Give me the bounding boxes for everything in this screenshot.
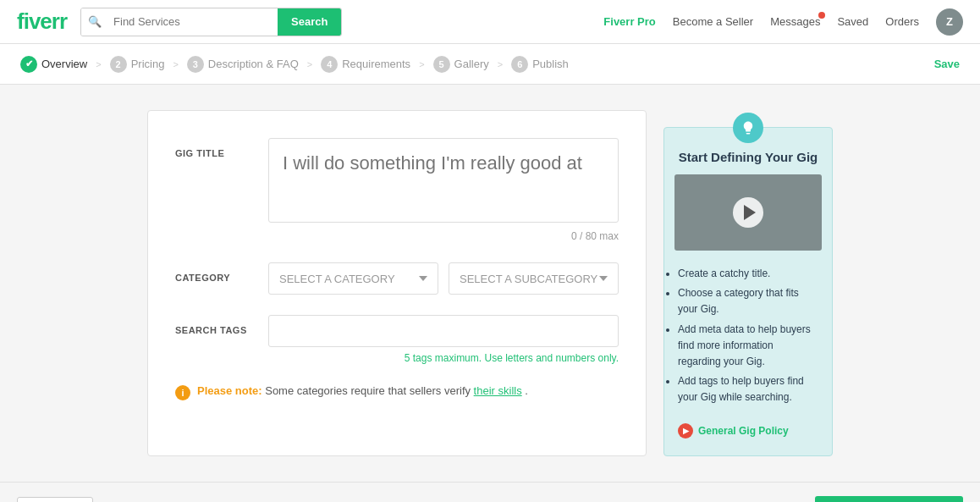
search-tags-input[interactable] [268, 315, 619, 347]
nav-orders[interactable]: Orders [885, 15, 919, 28]
category-row: CATEGORY SELECT A CATEGORY SELECT A SUBC… [175, 262, 619, 295]
select-subcategory[interactable]: SELECT A SUBCATEGORY [449, 262, 619, 295]
step-num-4: 4 [321, 56, 338, 73]
category-label: CATEGORY [175, 262, 268, 295]
gig-title-textarea[interactable] [268, 138, 619, 223]
navbar: fiverr 🔍 Search Fiverr Pro Become a Sell… [0, 0, 980, 44]
step-num-6: 6 [511, 56, 528, 73]
nav-saved[interactable]: Saved [837, 15, 868, 28]
note-icon: i [175, 385, 190, 400]
steps-bar: ✔ Overview > 2 Pricing > 3 Description &… [0, 44, 980, 85]
sidebar-card: Start Defining Your Gig Create a catchy … [663, 127, 833, 456]
navbar-left: fiverr 🔍 Search [17, 8, 342, 36]
list-item-2: Choose a category that fits your Gig. [678, 285, 818, 317]
chevron-icon-3: > [307, 59, 312, 69]
note-content: Please note: Some categories require tha… [197, 384, 528, 397]
messages-dot [818, 12, 825, 19]
category-selects: SELECT A CATEGORY SELECT A SUBCATEGORY [268, 262, 619, 295]
step-num-5: 5 [433, 56, 450, 73]
step-publish[interactable]: 6 Publish [511, 56, 569, 73]
search-tags-label: SEARCH TAGS [175, 315, 268, 364]
list-item-4: Add tags to help buyers find your Gig wh… [678, 373, 818, 405]
step-overview[interactable]: ✔ Overview [20, 56, 87, 73]
steps-save-link[interactable]: Save [934, 58, 960, 70]
select-category[interactable]: SELECT A CATEGORY [268, 262, 438, 295]
step-description[interactable]: 3 Description & FAQ [187, 56, 299, 73]
chevron-icon-4: > [419, 59, 424, 69]
step-requirements[interactable]: 4 Requirements [321, 56, 410, 73]
note-suffix: . [525, 384, 528, 397]
avatar[interactable]: Z [936, 8, 963, 36]
step-label-overview: Overview [41, 58, 87, 70]
list-item-3: Add meta data to help buyers find more i… [678, 322, 818, 371]
step-label-pricing: Pricing [131, 58, 165, 70]
step-num-3: 3 [187, 56, 204, 73]
sidebar-policy[interactable]: ▶ General Gig Policy [664, 415, 832, 439]
sidebar-list: Create a catchy title. Choose a category… [664, 261, 832, 415]
tags-hint-link: Use letters and numbers only. [484, 352, 619, 364]
search-input[interactable] [108, 15, 278, 28]
char-count: 0 / 80 max [268, 230, 619, 242]
navbar-right: Fiverr Pro Become a Seller Messages Save… [603, 8, 963, 36]
chevron-icon-1: > [96, 59, 101, 69]
chevron-icon-2: > [173, 59, 178, 69]
gig-title-row: GIG TITLE 0 / 80 max [175, 138, 619, 242]
chevron-icon-5: > [498, 59, 503, 69]
tags-hint-text: 5 tags maximum. [405, 352, 482, 364]
search-tags-field: 5 tags maximum. Use letters and numbers … [268, 315, 619, 364]
steps-left: ✔ Overview > 2 Pricing > 3 Description &… [20, 56, 569, 73]
policy-icon: ▶ [678, 423, 693, 439]
step-gallery[interactable]: 5 Gallery [433, 56, 489, 73]
search-tags-row: SEARCH TAGS 5 tags maximum. Use letters … [175, 315, 619, 364]
step-label-description: Description & FAQ [208, 58, 299, 70]
gig-title-field: 0 / 80 max [268, 138, 619, 242]
nav-messages[interactable]: Messages [770, 15, 820, 28]
gig-title-label: GIG TITLE [175, 138, 268, 242]
bottom-bar: Cancel Save & Continue [0, 482, 980, 503]
save-continue-button[interactable]: Save & Continue [815, 496, 963, 503]
step-pricing[interactable]: 2 Pricing [110, 56, 165, 73]
note-text: Some categories require that sellers ver… [265, 384, 473, 397]
lightbulb-icon [741, 120, 756, 135]
main-content: GIG TITLE 0 / 80 max CATEGORY SELECT A C… [25, 85, 955, 482]
fiverr-logo[interactable]: fiverr [17, 8, 67, 35]
list-item-1: Create a catchy title. [678, 266, 818, 282]
sidebar-icon-top [733, 113, 763, 143]
policy-label: General Gig Policy [698, 425, 789, 437]
note-link[interactable]: their skills [474, 384, 522, 397]
category-field: SELECT A CATEGORY SELECT A SUBCATEGORY [268, 262, 619, 295]
step-label-publish: Publish [532, 58, 569, 70]
step-label-requirements: Requirements [342, 58, 410, 70]
step-num-1: ✔ [20, 56, 37, 73]
nav-become-seller[interactable]: Become a Seller [673, 15, 753, 28]
step-num-2: 2 [110, 56, 127, 73]
search-icon: 🔍 [81, 8, 108, 36]
search-button[interactable]: Search [278, 8, 341, 36]
nav-fiverr-pro[interactable]: Fiverr Pro [603, 15, 655, 28]
search-wrapper: 🔍 Search [80, 8, 342, 36]
tags-hint: 5 tags maximum. Use letters and numbers … [268, 352, 619, 364]
step-label-gallery: Gallery [454, 58, 489, 70]
note-bold: Please note: [197, 384, 262, 397]
cancel-button[interactable]: Cancel [17, 497, 93, 502]
please-note: i Please note: Some categories require t… [175, 384, 619, 400]
video-thumbnail[interactable] [674, 174, 822, 251]
play-button[interactable] [733, 197, 763, 228]
form-card: GIG TITLE 0 / 80 max CATEGORY SELECT A C… [147, 110, 647, 456]
